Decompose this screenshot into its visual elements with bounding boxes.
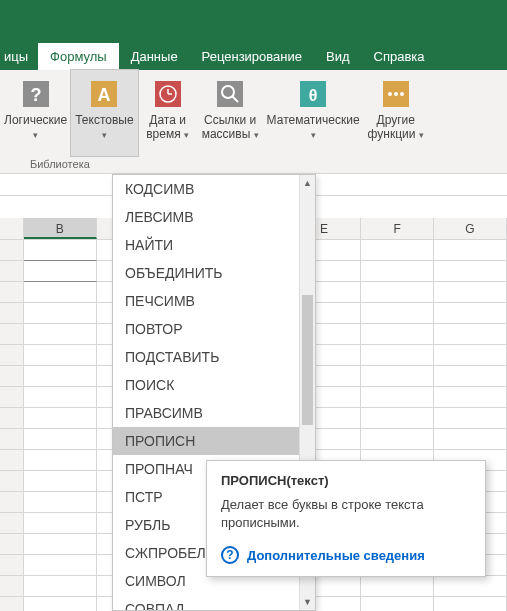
dropdown-item[interactable]: ПОИСК (113, 371, 299, 399)
cell[interactable] (24, 303, 97, 324)
datetime-button[interactable]: Дата ивремя ▾ (138, 70, 198, 156)
dropdown-item[interactable]: ПЕЧСИМВ (113, 287, 299, 315)
cell[interactable] (24, 261, 97, 282)
select-all-corner[interactable] (0, 218, 24, 239)
cell[interactable] (24, 576, 97, 597)
row-header[interactable] (0, 408, 24, 429)
math-button[interactable]: θ Математические▾ (263, 70, 364, 156)
lookup-button[interactable]: Ссылки имассивы ▾ (198, 70, 263, 156)
row-header[interactable] (0, 555, 24, 576)
row-header[interactable] (0, 345, 24, 366)
dropdown-item[interactable]: ПОДСТАВИТЬ (113, 343, 299, 371)
lookup-label-1: Ссылки и (204, 113, 256, 127)
row-header[interactable] (0, 450, 24, 471)
cell[interactable] (434, 240, 507, 261)
scroll-down-icon[interactable]: ▼ (300, 594, 315, 610)
more-label-2: функции (368, 127, 416, 141)
row-header[interactable] (0, 324, 24, 345)
tab-view[interactable]: Вид (314, 43, 362, 70)
scroll-thumb[interactable] (302, 295, 313, 425)
cell[interactable] (434, 282, 507, 303)
scroll-up-icon[interactable]: ▲ (300, 175, 315, 191)
cell[interactable] (24, 408, 97, 429)
row-header[interactable] (0, 513, 24, 534)
cell[interactable] (434, 576, 507, 597)
cell[interactable] (24, 471, 97, 492)
tab-data[interactable]: Данные (119, 43, 190, 70)
dropdown-item[interactable]: КОДСИМВ (113, 175, 299, 203)
cell[interactable] (361, 576, 434, 597)
cell[interactable] (24, 492, 97, 513)
row-header[interactable] (0, 303, 24, 324)
row-header[interactable] (0, 492, 24, 513)
cell[interactable] (24, 429, 97, 450)
tooltip-help-link[interactable]: ? Дополнительные сведения (221, 546, 471, 564)
chevron-down-icon: ▾ (33, 130, 38, 140)
title-bar (0, 0, 507, 40)
dropdown-item[interactable]: СОВПАД (113, 595, 299, 610)
dropdown-item[interactable]: ПРАВСИМВ (113, 399, 299, 427)
logical-button[interactable]: ? Логические▾ (0, 70, 71, 156)
cell[interactable] (361, 408, 434, 429)
logical-label: Логические (4, 113, 67, 127)
dropdown-item[interactable]: ПРОПИСН (113, 427, 299, 455)
cell[interactable] (24, 345, 97, 366)
function-tooltip: ПРОПИСН(текст) Делает все буквы в строке… (206, 460, 486, 577)
cell[interactable] (361, 261, 434, 282)
cell[interactable] (434, 429, 507, 450)
cell[interactable] (24, 513, 97, 534)
column-header[interactable]: F (361, 218, 434, 239)
cell[interactable] (434, 387, 507, 408)
cell[interactable] (24, 240, 97, 261)
cell[interactable] (434, 345, 507, 366)
tab-partial[interactable]: ицы (0, 43, 38, 70)
column-header[interactable]: B (24, 218, 97, 239)
cell[interactable] (24, 324, 97, 345)
dropdown-item[interactable]: ОБЪЕДИНИТЬ (113, 259, 299, 287)
row-header[interactable] (0, 429, 24, 450)
cell[interactable] (24, 366, 97, 387)
cell[interactable] (361, 366, 434, 387)
more-functions-button[interactable]: Другиефункции ▾ (364, 70, 428, 156)
cell[interactable] (434, 324, 507, 345)
row-header[interactable] (0, 282, 24, 303)
question-icon: ? (19, 77, 53, 111)
cell[interactable] (361, 324, 434, 345)
cell[interactable] (361, 345, 434, 366)
text-button[interactable]: A Текстовые▾ (71, 70, 137, 156)
cell[interactable] (24, 555, 97, 576)
tab-formulas[interactable]: Формулы (38, 43, 119, 70)
row-header[interactable] (0, 576, 24, 597)
row-header[interactable] (0, 261, 24, 282)
cell[interactable] (361, 387, 434, 408)
row-header[interactable] (0, 597, 24, 611)
cell[interactable] (434, 261, 507, 282)
column-header[interactable]: G (434, 218, 507, 239)
cell[interactable] (24, 387, 97, 408)
cell[interactable] (434, 366, 507, 387)
cell[interactable] (434, 303, 507, 324)
row-header[interactable] (0, 387, 24, 408)
help-icon: ? (221, 546, 239, 564)
cell[interactable] (434, 408, 507, 429)
tab-review[interactable]: Рецензирование (190, 43, 314, 70)
row-header[interactable] (0, 534, 24, 555)
row-header[interactable] (0, 471, 24, 492)
cell[interactable] (361, 429, 434, 450)
cell[interactable] (361, 240, 434, 261)
dropdown-item[interactable]: НАЙТИ (113, 231, 299, 259)
row-header[interactable] (0, 240, 24, 261)
cell[interactable] (361, 597, 434, 611)
cell[interactable] (24, 597, 97, 611)
dropdown-item[interactable]: ПОВТОР (113, 315, 299, 343)
row-header[interactable] (0, 366, 24, 387)
tab-help[interactable]: Справка (362, 43, 437, 70)
cell[interactable] (24, 534, 97, 555)
cell[interactable] (361, 282, 434, 303)
cell[interactable] (361, 303, 434, 324)
cell[interactable] (434, 597, 507, 611)
svg-rect-8 (217, 81, 243, 107)
dropdown-item[interactable]: ЛЕВСИМВ (113, 203, 299, 231)
cell[interactable] (24, 450, 97, 471)
cell[interactable] (24, 282, 97, 303)
